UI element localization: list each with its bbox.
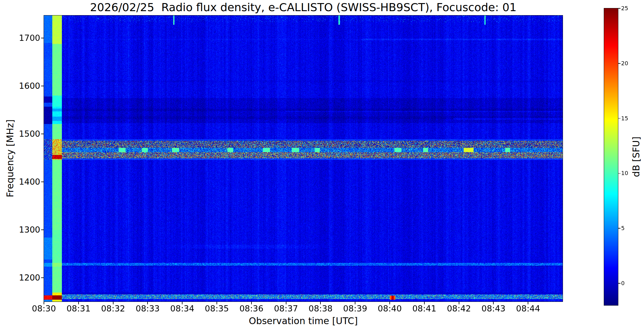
x-tick-label: 08:36 (233, 304, 270, 314)
y-tick-mark (41, 134, 44, 134)
colorbar-label: dB [SFU] (631, 137, 642, 177)
colorbar-tick-mark (618, 8, 620, 9)
colorbar-tick-label: 20 (621, 60, 628, 67)
y-tick-label: 1700 (0, 33, 40, 43)
colorbar-tick-label: 10 (621, 170, 628, 177)
colorbar-tick-mark (618, 283, 620, 284)
x-tick-label: 08:33 (129, 304, 166, 314)
y-tick-mark (41, 277, 44, 278)
colorbar-tick-mark (618, 118, 620, 119)
y-tick-mark (41, 229, 44, 230)
colorbar-tick-label: 5 (621, 225, 625, 232)
chart-title: 2026/02/25 Radio flux density, e-CALLIST… (44, 1, 563, 14)
y-tick-label: 1200 (0, 273, 40, 283)
x-tick-label: 08:40 (371, 304, 408, 314)
colorbar-tick-label: 0 (621, 280, 625, 287)
y-tick-mark (41, 182, 44, 182)
x-tick-label: 08:38 (302, 304, 339, 314)
y-tick-mark (41, 86, 44, 86)
colorbar-tick-label: 25 (621, 5, 628, 12)
x-tick-label: 08:35 (198, 304, 235, 314)
colorbar-gradient (604, 8, 618, 305)
colorbar-tick-mark (618, 228, 620, 229)
x-tick-label: 08:44 (509, 304, 547, 314)
colorbar-tick-label: 15 (621, 115, 628, 122)
colorbar-tick-mark (618, 63, 620, 64)
x-tick-label: 08:31 (60, 304, 97, 314)
x-tick-label: 08:37 (268, 304, 305, 314)
x-tick-label: 08:41 (406, 304, 443, 314)
x-tick-label: 08:39 (337, 304, 374, 314)
spectrogram-figure: 2026/02/25 Radio flux density, e-CALLIST… (0, 0, 644, 330)
x-tick-label: 08:43 (475, 304, 512, 314)
y-tick-label: 1600 (0, 81, 40, 91)
x-tick-label: 08:30 (25, 304, 62, 314)
colorbar-tick-mark (618, 173, 620, 174)
spectrogram-heatmap (44, 15, 563, 302)
y-axis-label: Frequency [MHz] (5, 119, 15, 197)
x-tick-label: 08:34 (164, 304, 201, 314)
x-axis-label: Observation time [UTC] (44, 315, 563, 326)
y-tick-label: 1300 (0, 225, 40, 235)
x-tick-label: 08:32 (95, 304, 132, 314)
x-tick-label: 08:42 (440, 304, 478, 314)
y-tick-mark (41, 38, 44, 38)
